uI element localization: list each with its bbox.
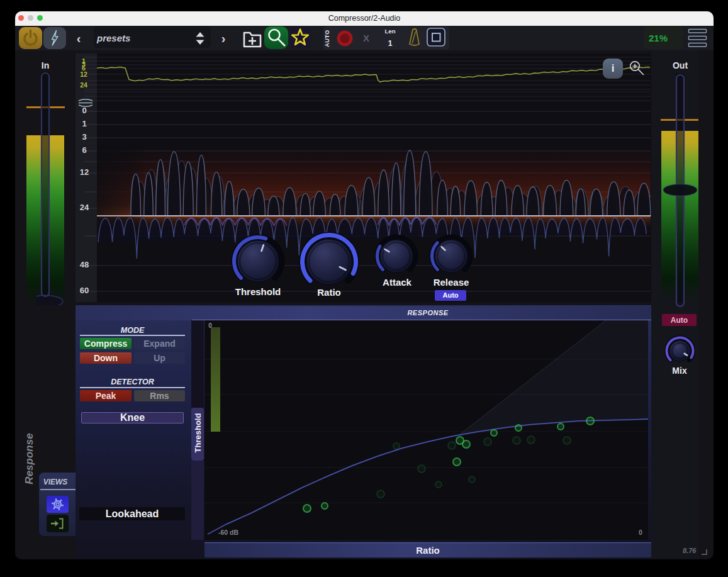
svg-text:Attack: Attack (383, 277, 412, 288)
svg-text:-60 dB: -60 dB (218, 529, 239, 536)
svg-text:i: i (612, 62, 615, 74)
svg-text:3: 3 (82, 132, 86, 142)
svg-text:0: 0 (82, 106, 86, 115)
svg-text:12: 12 (80, 70, 87, 78)
svg-text:6: 6 (82, 145, 86, 155)
svg-text:60: 60 (80, 286, 89, 295)
svg-text:0: 0 (208, 322, 212, 329)
svg-text:48: 48 (80, 260, 89, 269)
svg-text:Auto: Auto (442, 291, 458, 299)
svg-text:1: 1 (82, 119, 86, 128)
svg-text:Ratio: Ratio (317, 287, 341, 298)
svg-text:24: 24 (80, 81, 87, 89)
svg-text:0: 0 (639, 529, 642, 536)
svg-text:Release: Release (434, 277, 469, 288)
svg-text:Threshold: Threshold (235, 286, 281, 297)
svg-text:12: 12 (80, 167, 89, 177)
svg-text:24: 24 (80, 203, 89, 212)
